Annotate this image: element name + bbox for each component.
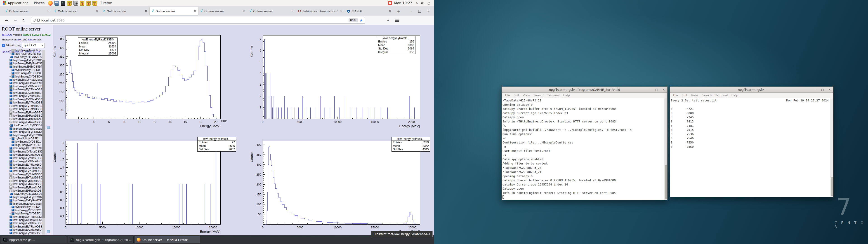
tree-item-lowEnergyEyYRate1sDSSD0[interactable]: lowEnergyEyYRate1sDSSD0 bbox=[0, 94, 42, 98]
terminal-scrollbar[interactable] bbox=[664, 98, 667, 200]
tree-item-lowEnergyExEyDSSD1[interactable]: lowEnergyExEyDSSD1 bbox=[0, 124, 42, 127]
url-bar[interactable]: localhost:8085 80% ★ bbox=[31, 17, 365, 24]
menu-view[interactable]: View bbox=[689, 94, 700, 97]
firefox-launcher-icon[interactable] bbox=[48, 1, 53, 6]
tab-close-icon[interactable]: ✕ bbox=[389, 9, 392, 13]
toolbar-overflow-icon[interactable]: » bbox=[387, 18, 389, 22]
tab-4-online-server[interactable]: √Online server✕ bbox=[150, 7, 198, 15]
terminal-close-button[interactable]: × bbox=[662, 87, 665, 93]
tab-close-icon[interactable]: ✕ bbox=[291, 9, 294, 13]
menu-view[interactable]: View bbox=[521, 94, 532, 97]
menu-file[interactable]: File bbox=[503, 94, 512, 97]
tree-item-lowEnergyEyTotalDSSD1[interactable]: lowEnergyEyTotalDSSD1 bbox=[0, 173, 42, 176]
tree-item-xyMultiplicityDSSD0[interactable]: xyMultiplicityDSSD0 bbox=[0, 68, 42, 72]
tree-item-highEnergyMultiplicity[interactable]: highEnergyMultiplicity bbox=[0, 49, 42, 52]
pad-2[interactable]: 123456705000100001500020000CountsEnergy … bbox=[243, 25, 434, 130]
window-close-button[interactable]: × bbox=[427, 9, 430, 13]
terminal-maximize-button[interactable]: □ bbox=[655, 87, 658, 93]
tree-item-lowEnergyEyTotalDSSD0[interactable]: lowEnergyEyTotalDSSD0 bbox=[0, 104, 42, 107]
jsroot-link[interactable]: JSROOT bbox=[2, 33, 12, 36]
tree-item-lowEnergyXYDSSD1[interactable]: lowEnergyXYDSSD1 bbox=[0, 140, 42, 143]
tree-item-lowEnergyExEyPairDSSD1[interactable]: lowEnergyExEyPairDSSD1 bbox=[0, 130, 42, 133]
tab-close-icon[interactable]: ✕ bbox=[242, 9, 245, 13]
pad-1[interactable]: 5010015020025030035040045024681012141618… bbox=[53, 25, 243, 130]
notification-icon[interactable] bbox=[388, 1, 392, 5]
tree-item-lowEnergyXYRateDSSD1[interactable]: lowEnergyXYRateDSSD1 bbox=[0, 147, 42, 150]
terminal-launcher-icon[interactable] bbox=[61, 1, 65, 6]
tab-5-online-server[interactable]: √Online server✕ bbox=[198, 7, 247, 15]
midas-launcher-icon[interactable] bbox=[67, 1, 72, 6]
tree-item-lowEnergyExRate1sDSSD0[interactable]: lowEnergyExRate1sDSSD0 bbox=[0, 121, 42, 124]
tree-item-lowEnergyEyYRateDSSD2[interactable]: lowEnergyEyYRateDSSD2 bbox=[0, 225, 42, 228]
tree-item-lowEnergyXYRateDSSD0[interactable]: lowEnergyXYRateDSSD0 bbox=[0, 78, 42, 81]
tree-item-lowEnergyEyYTotalDSSD0[interactable]: lowEnergyEyYTotalDSSD0 bbox=[0, 101, 42, 104]
new-tab-button[interactable]: + bbox=[394, 8, 404, 14]
tab-2-online-server[interactable]: √Online server✕ bbox=[52, 7, 101, 15]
tree-item-lowEnergyExXTotalDSSD1[interactable]: lowEnergyExXTotalDSSD1 bbox=[0, 166, 42, 170]
taskbar-button-2[interactable]: npg@carme-gsi:~/Programs/CARME... bbox=[68, 236, 133, 243]
tree-item-lowEnergyXYTotalDSSD2[interactable]: lowEnergyXYTotalDSSD2 bbox=[0, 218, 42, 222]
tab-6-online-server[interactable]: √Online server✕ bbox=[247, 7, 296, 15]
tree-item-highEnergyExEyDSSDPair0[interactable]: highEnergyExEyDSSDPair0 bbox=[0, 65, 42, 68]
monitoring-checkbox[interactable]: ✓ bbox=[2, 44, 5, 47]
tree-item-lowEnergyEyYRateDSSD0[interactable]: lowEnergyEyYRateDSSD0 bbox=[0, 88, 42, 91]
tree-item-highEnergyExEyDSSD2[interactable]: highEnergyExEyDSSD2 bbox=[0, 196, 42, 199]
terminal-window-watch[interactable]: npg@carme-gsi:~ – □ × FileEditViewSearch… bbox=[670, 87, 833, 197]
tab-8-ibandl[interactable]: IBANDL✕ bbox=[345, 7, 394, 15]
stats-box-pad3[interactable]: lowEnergyEyRateD...Entries27Mean8626Std … bbox=[197, 137, 236, 152]
tree-item-lowEnergyExTotalDSSD1[interactable]: lowEnergyExTotalDSSD1 bbox=[0, 176, 42, 179]
url-text[interactable]: localhost:8085 bbox=[41, 19, 347, 22]
terminal-minimize-button[interactable]: – bbox=[649, 87, 651, 93]
tree-item-highEnergyExEyDSSD1[interactable]: highEnergyExEyDSSD1 bbox=[0, 127, 42, 130]
tree-item-lowEnergyExEyPairDSSD2[interactable]: lowEnergyExEyPairDSSD2 bbox=[0, 199, 42, 202]
tree-item-lowEnergyExEyDSSD2[interactable]: lowEnergyExEyDSSD2 bbox=[0, 192, 42, 195]
tab-close-icon[interactable]: ✕ bbox=[193, 9, 196, 13]
tree-item-highEnergyXYDSSD0[interactable]: highEnergyXYDSSD0 bbox=[0, 75, 42, 78]
volume-icon[interactable] bbox=[421, 1, 424, 5]
menu-edit[interactable]: Edit bbox=[680, 94, 689, 97]
menu-edit[interactable]: Edit bbox=[512, 94, 521, 97]
menu-help[interactable]: Help bbox=[730, 94, 740, 97]
tree-item-highEnergyExEyDSSD0[interactable]: highEnergyExEyDSSD0 bbox=[0, 59, 42, 62]
terminal-output[interactable]: /TapeData/G22-88/R3_21 Opening dataspy 0… bbox=[502, 98, 664, 200]
terminal-window-build[interactable]: npg@carme-gsi:~/Programs/CARME_Sort/buil… bbox=[502, 87, 668, 200]
terminal-output[interactable]: Every 2.0s: tail rates.txt Mon Feb 19 19… bbox=[670, 98, 830, 197]
tree-item-lowEnergyXYTotalDSSD0[interactable]: lowEnergyXYTotalDSSD0 bbox=[0, 81, 42, 85]
tree-item-lowEnergyExXRateDSSD2[interactable]: lowEnergyExXRateDSSD2 bbox=[0, 222, 42, 225]
stats-box-pad2[interactable]: lowEnergyEyRateD...Entries156Mean6069Std… bbox=[377, 36, 415, 54]
tree-item-xyMultiplicityDSSD2[interactable]: xyMultiplicityDSSD2 bbox=[0, 205, 42, 209]
tree-item-lowEnergyEyYTotalDSSD1[interactable]: lowEnergyEyYTotalDSSD1 bbox=[0, 170, 42, 173]
tree-item-lowEnergyExTotalDSSD0[interactable]: lowEnergyExTotalDSSD0 bbox=[0, 108, 42, 111]
tree-item-lowEnergyXYRateDSSD2[interactable]: lowEnergyXYRateDSSD2 bbox=[0, 215, 42, 218]
stats-box-pad1[interactable]: lowEnergyEyRateDSSD0Entries25100Mean1163… bbox=[78, 37, 118, 56]
tree-item-lowEnergyExXRateDSSD0[interactable]: lowEnergyExXRateDSSD0 bbox=[0, 85, 42, 88]
sidebar-scrollbar-thumb[interactable] bbox=[42, 60, 45, 218]
tree-item-lowEnergyEyYRateDSSD1[interactable]: lowEnergyEyYRateDSSD1 bbox=[0, 156, 42, 159]
window-minimize-button[interactable]: – bbox=[410, 9, 412, 13]
sidebar-scrollbar[interactable] bbox=[42, 50, 45, 235]
tree-item-lowEnergyExRateDSSD1[interactable]: lowEnergyExRateDSSD1 bbox=[0, 183, 42, 186]
json-link[interactable]: json bbox=[18, 38, 22, 41]
menu-terminal[interactable]: Terminal bbox=[713, 94, 730, 97]
tree-item-highEnergyExEyDSSDPair2[interactable]: highEnergyExEyDSSDPair2 bbox=[0, 202, 42, 205]
file-manager-launcher-icon[interactable] bbox=[55, 1, 59, 6]
terminal-scrollbar-thumb[interactable] bbox=[831, 177, 833, 196]
terminal-titlebar[interactable]: npg@carme-gsi:~ – □ × bbox=[670, 87, 833, 93]
tree-item-lowEnergyEyRate1sDSSD1[interactable]: lowEnergyEyRate1sDSSD1 bbox=[0, 186, 42, 189]
tree-item-lowEnergyExXTotalDSSD0[interactable]: lowEnergyExXTotalDSSD0 bbox=[0, 98, 42, 101]
tree-item-lowEnergyEyYRate1sDSSD1[interactable]: lowEnergyEyYRate1sDSSD1 bbox=[0, 163, 42, 166]
terminal-minimize-button[interactable]: – bbox=[815, 87, 817, 93]
midas-launcher-icon[interactable] bbox=[80, 1, 84, 6]
pad-4[interactable]: 5010015020025030035040005000100001500020… bbox=[243, 130, 434, 235]
pad-3[interactable]: 0.20.40.60.811.21.41.61.8205000100001500… bbox=[53, 130, 243, 235]
page-info-icon[interactable] bbox=[37, 19, 39, 22]
tree-item-absPulserVsChannel[interactable]: absPulserVsChannel bbox=[0, 52, 42, 55]
clock[interactable]: Mon 19:27 bbox=[392, 1, 414, 5]
window-maximize-button[interactable]: □ bbox=[418, 9, 421, 13]
tree-item-lowEnergyExEyDSSD0[interactable]: lowEnergyExEyDSSD0 bbox=[0, 55, 42, 59]
taskbar-button-3[interactable]: Online server — Mozilla Firefox bbox=[134, 236, 200, 243]
tree-item-lowEnergyEyRate1sDSSD0[interactable]: lowEnergyEyRate1sDSSD0 bbox=[0, 117, 42, 120]
terminal-maximize-button[interactable]: □ bbox=[821, 87, 824, 93]
keyboard-layout-icon[interactable]: ā bbox=[414, 1, 419, 5]
camera-launcher-icon[interactable] bbox=[73, 1, 78, 6]
